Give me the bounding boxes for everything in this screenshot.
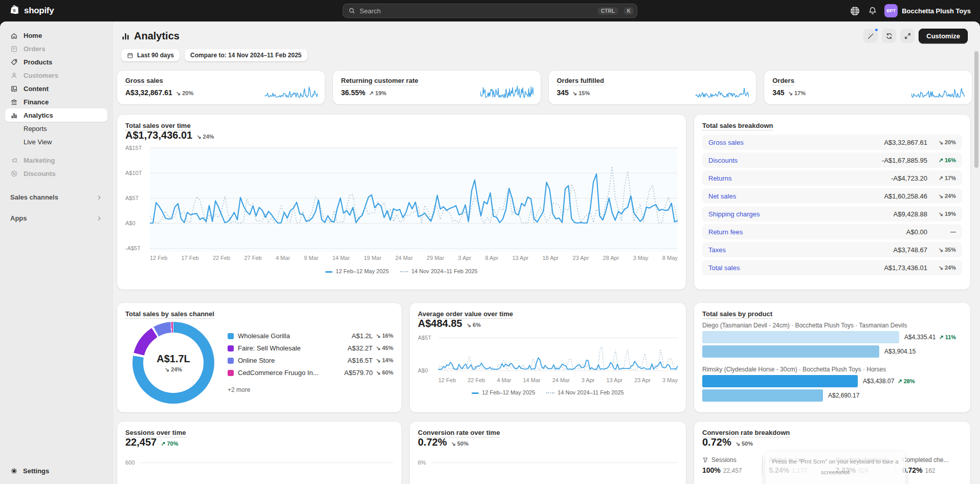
total-sales-over-time-card[interactable]: Total sales over time A$1,73,436.01 ↘ 24… (117, 115, 686, 290)
current-bar[interactable] (702, 375, 858, 387)
total-sales-value: A$1,73,436.01 ↘ 24% (125, 129, 678, 141)
sidebar-item-marketing[interactable]: Marketing (5, 153, 107, 167)
current-legend-swatch (325, 271, 332, 273)
sidebar-item-live-view[interactable]: Live View (5, 135, 107, 148)
sessions-over-time-card[interactable]: Sessions over time 22,457 ↗ 70% 600 (117, 422, 402, 484)
more-channels-link[interactable]: +2 more (228, 386, 393, 393)
store-name: Bocchetta Plush Toys (902, 7, 971, 15)
breakdown-link[interactable]: Total sales (708, 264, 884, 272)
kpi-title: Gross sales (125, 77, 163, 85)
sidebar-item-discounts[interactable]: Discounts (5, 167, 107, 180)
products-tag-icon (10, 58, 18, 66)
notifications-bell-icon[interactable] (868, 6, 877, 15)
sidebar-item-content[interactable]: Content (5, 82, 107, 95)
sidebar-item-label: Products (24, 58, 52, 66)
conversion-rate-card[interactable]: Conversion rate over time 0.72% ↘ 50% 6% (410, 422, 686, 484)
sidebar-item-finance[interactable]: Finance (5, 95, 107, 108)
sidebar-item-label: Marketing (24, 157, 55, 164)
breakdown-row: Gross sales A$3,32,867.61 ↘ 20% (702, 135, 962, 150)
comparison-bar[interactable] (702, 389, 823, 402)
kpi-card-gross-sales[interactable]: Gross sales A$3,32,867.61 ↘ 20% (117, 71, 325, 104)
current-legend-swatch (472, 392, 479, 394)
y-axis-gridline: 600 (125, 459, 393, 466)
compare-button[interactable]: Compare to: 14 Nov 2024–11 Feb 2025 (185, 49, 307, 61)
channel-donut-chart[interactable]: A$1.7L ↘ 24% (132, 322, 214, 404)
kpi-card-orders[interactable]: Orders 345 ↘ 17% (764, 71, 972, 104)
product-label: Diego (Tasmanian Devil - 24cm) · Bocchet… (702, 322, 962, 329)
product-label: Rimsky (Clydesdale Horse - 30cm) · Bocch… (702, 366, 962, 373)
breakdown-link[interactable]: Shipping charges (708, 210, 893, 218)
content-icon (10, 84, 18, 93)
chevron-right-icon (96, 194, 102, 201)
sidebar-item-products[interactable]: Products (5, 55, 107, 69)
current-bar[interactable] (702, 331, 899, 343)
home-icon (10, 31, 18, 39)
comparison-bar[interactable] (702, 345, 879, 358)
sidebar-section-sales-channels[interactable]: Sales channels (5, 193, 107, 201)
breakdown-row: Net sales A$1,60,258.46 ↘ 24% (702, 188, 962, 204)
breakdown-link[interactable]: Taxes (708, 246, 893, 254)
sidebar-item-label: Settings (23, 467, 49, 475)
kbd-k: K (624, 7, 634, 15)
sales-by-product-card[interactable]: Total sales by product Diego (Tasmanian … (694, 303, 970, 412)
breakdown-link[interactable]: Net sales (708, 192, 884, 200)
sidebar-item-label: Home (24, 32, 42, 39)
conversion-breakdown-value: 0.72% ↘ 50% (702, 436, 962, 448)
average-order-value-card[interactable]: Average order value over time A$484.85 ↘… (410, 303, 686, 412)
date-range-button[interactable]: Last 90 days (121, 49, 180, 61)
sidebar-item-orders[interactable]: Orders (5, 42, 107, 55)
product-bar-row: A$3,904.15 (702, 345, 962, 358)
sidekick-icon[interactable] (849, 5, 861, 17)
aov-line-chart[interactable] (438, 334, 678, 375)
vertical-scrollbar[interactable] (974, 51, 978, 168)
sidebar-section-apps[interactable]: Apps (5, 214, 107, 222)
sidebar-item-label: Discounts (24, 170, 56, 178)
sidebar-item-reports[interactable]: Reports (5, 122, 107, 135)
kpi-card-returning-customer-rate[interactable]: Returning customer rate 36.55% ↗ 19% (333, 71, 541, 104)
sparkline-chart (696, 84, 749, 99)
sidebar-item-analytics[interactable]: Analytics (5, 108, 107, 122)
channel-legend-item: CedCommerce Fruugo In... A$579.70 ↘ 60% (228, 369, 393, 377)
card-title: Total sales breakdown (702, 122, 773, 130)
sidebar-item-settings[interactable]: Settings (5, 464, 107, 478)
sidebar-item-customers[interactable]: Customers (5, 69, 107, 82)
breakdown-link[interactable]: Return fees (708, 228, 906, 236)
breakdown-link[interactable]: Gross sales (708, 139, 884, 146)
refresh-button[interactable] (882, 29, 896, 43)
breakdown-row: Returns -A$4,723.20 ↗ 17% (702, 170, 962, 186)
section-label: Apps (10, 214, 27, 222)
customize-button[interactable]: Customize (919, 29, 968, 43)
card-title: Total sales by product (702, 310, 772, 319)
comparison-legend-swatch (546, 392, 554, 393)
sidebar-item-home[interactable]: Home (5, 29, 107, 42)
x-axis-labels: 12 Feb17 Feb 22 Feb27 Feb 4 Mar9 Mar 14 … (150, 255, 678, 261)
breakdown-link[interactable]: Returns (708, 174, 891, 182)
sparkline-chart (480, 84, 533, 99)
search-input[interactable]: Search CTRL K (343, 4, 637, 18)
expand-button[interactable] (900, 29, 915, 43)
product-bar-row: A$4,335.41 ↗ 11% (702, 331, 962, 343)
magic-wand-button[interactable] (863, 29, 878, 43)
store-menu[interactable]: BPT Bocchetta Plush Toys (884, 4, 971, 17)
aov-value: A$484.85 ↘ 6% (418, 318, 678, 329)
funnel-step-completed-checkout: Completed che... 0.72%162 (896, 456, 962, 474)
total-sales-line-chart[interactable] (150, 146, 678, 252)
breakdown-row: Shipping charges A$9,428.88 ↘ 19% (702, 206, 962, 222)
breakdown-link[interactable]: Discounts (708, 157, 882, 164)
svg-text:S: S (13, 8, 16, 13)
sidebar-item-label: Finance (24, 98, 49, 106)
store-avatar: BPT (884, 4, 898, 17)
kpi-card-orders-fulfilled[interactable]: Orders fulfilled 345 ↘ 15% (549, 71, 756, 104)
main-content: Analytics Customize Last 90 days (113, 21, 980, 484)
sessions-value: 22,457 ↗ 70% (125, 436, 393, 448)
comparison-series (438, 347, 678, 369)
kpi-title: Orders (772, 77, 794, 85)
y-axis-gridline: 6% (418, 459, 678, 466)
breakdown-row: Discounts -A$1,67,885.95 ↗ 16% (702, 152, 962, 168)
legend-swatch (228, 358, 234, 364)
chart-legend: 12 Feb–12 May 2025 14 Nov 2024–11 Feb 20… (418, 389, 678, 395)
breakdown-row: Taxes A$3,748.67 ↘ 35% (702, 242, 962, 257)
product-bar-row: A$2,690.17 (702, 389, 962, 402)
sales-by-channel-card[interactable]: Total sales by sales channel A$1.7L ↘ 24… (117, 303, 402, 412)
calendar-icon (127, 52, 133, 59)
